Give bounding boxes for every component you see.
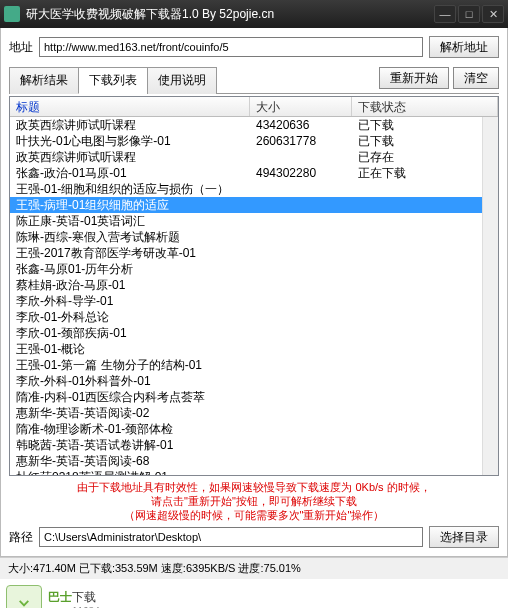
table-row[interactable]: 隋准-物理诊断术-01-颈部体检 (10, 421, 498, 437)
table-row[interactable]: 隋准-内科-01西医综合内科考点荟萃 (10, 389, 498, 405)
cell-title: 陈正康-英语-01英语词汇 (10, 213, 250, 229)
cell-title: 韩晓茜-英语-英语试卷讲解-01 (10, 437, 250, 453)
table-row[interactable]: 王强-01-第一篇 生物分子的结构-01 (10, 357, 498, 373)
table-row[interactable]: 杜红莎0318英语局测讲解-01 (10, 469, 498, 476)
cell-title: 惠新华-英语-英语阅读-68 (10, 453, 250, 469)
cell-status (352, 341, 498, 357)
table-row[interactable]: 叶扶光-01心电图与影像学-01260631778已下载 (10, 133, 498, 149)
table-row[interactable]: 蔡桂娟-政治-马原-01 (10, 277, 498, 293)
content-area: 地址 解析地址 解析结果下载列表使用说明 重新开始 清空 标题 大小 下载状态 … (0, 28, 508, 557)
cell-status (352, 453, 498, 469)
table-row[interactable]: 李欣-外科-导学-01 (10, 293, 498, 309)
cell-status (352, 373, 498, 389)
table-row[interactable]: 李欣-01-外科总论 (10, 309, 498, 325)
cell-title: 隋准-物理诊断术-01-颈部体检 (10, 421, 250, 437)
cell-size (250, 341, 352, 357)
cell-title: 李欣-外科-01外科普外-01 (10, 373, 250, 389)
cell-status (352, 229, 498, 245)
table-row[interactable]: 李欣-外科-01外科普外-01 (10, 373, 498, 389)
cell-title: 杜红莎0318英语局测讲解-01 (10, 469, 250, 476)
cell-size (250, 421, 352, 437)
cell-status (352, 469, 498, 476)
col-title[interactable]: 标题 (10, 97, 250, 116)
cell-status (352, 245, 498, 261)
cell-status: 已下载 (352, 133, 498, 149)
tab-2[interactable]: 使用说明 (147, 67, 217, 94)
window-title: 研大医学收费视频破解下载器1.0 By 52pojie.cn (26, 6, 434, 23)
table-row[interactable]: 陈琳-西综-寒假入营考试解析题 (10, 229, 498, 245)
titlebar: 研大医学收费视频破解下载器1.0 By 52pojie.cn — □ ✕ (0, 0, 508, 28)
cell-title: 李欣-01-颈部疾病-01 (10, 325, 250, 341)
table-row[interactable]: 惠新华-英语-英语阅读-02 (10, 405, 498, 421)
table-row[interactable]: 惠新华-英语-英语阅读-68 (10, 453, 498, 469)
address-label: 地址 (9, 39, 33, 56)
cell-size (250, 309, 352, 325)
cell-size (250, 437, 352, 453)
table-row[interactable]: 政英西综讲师试听课程43420636已下载 (10, 117, 498, 133)
address-input[interactable] (39, 37, 423, 57)
cell-status: 正在下载 (352, 165, 498, 181)
tab-1[interactable]: 下载列表 (78, 67, 148, 94)
cell-size: 43420636 (250, 117, 352, 133)
path-label: 路径 (9, 529, 33, 546)
scrollbar[interactable] (482, 117, 498, 475)
cell-status (352, 277, 498, 293)
restart-button[interactable]: 重新开始 (379, 67, 449, 89)
cell-size (250, 325, 352, 341)
table-row[interactable]: 张鑫-政治-01马原-01494302280正在下载 (10, 165, 498, 181)
cell-size (250, 389, 352, 405)
address-row: 地址 解析地址 (9, 36, 499, 58)
col-size[interactable]: 大小 (250, 97, 352, 116)
cell-title: 政英西综讲师试听课程 (10, 149, 250, 165)
app-icon (4, 6, 20, 22)
cell-status (352, 309, 498, 325)
cell-status (352, 325, 498, 341)
cell-size (250, 277, 352, 293)
table-row[interactable]: 王强-病理-01组织细胞的适应 (10, 197, 498, 213)
table-row[interactable]: 陈正康-英语-01英语词汇 (10, 213, 498, 229)
table-row[interactable]: 王强-2017教育部医学考研改革-01 (10, 245, 498, 261)
cell-size (250, 469, 352, 476)
table-row[interactable]: 李欣-01-颈部疾病-01 (10, 325, 498, 341)
table-body[interactable]: 政英西综讲师试听课程43420636已下载叶扶光-01心电图与影像学-01260… (10, 117, 498, 476)
cell-title: 李欣-外科-导学-01 (10, 293, 250, 309)
select-dir-button[interactable]: 选择目录 (429, 526, 499, 548)
minimize-button[interactable]: — (434, 5, 456, 23)
tabs-row: 解析结果下载列表使用说明 重新开始 清空 (9, 66, 499, 94)
cell-size (250, 293, 352, 309)
cell-size (250, 261, 352, 277)
tab-0[interactable]: 解析结果 (9, 67, 79, 94)
path-input[interactable] (39, 527, 423, 547)
parse-address-button[interactable]: 解析地址 (429, 36, 499, 58)
footer: 巴士下载 www.11684.com (0, 579, 508, 608)
clear-button[interactable]: 清空 (453, 67, 499, 89)
close-button[interactable]: ✕ (482, 5, 504, 23)
cell-status (352, 197, 498, 213)
cell-title: 李欣-01-外科总论 (10, 309, 250, 325)
cell-title: 惠新华-英语-英语阅读-02 (10, 405, 250, 421)
cell-size (250, 357, 352, 373)
cell-title: 张鑫-马原01-历年分析 (10, 261, 250, 277)
table-row[interactable]: 韩晓茜-英语-英语试卷讲解-01 (10, 437, 498, 453)
col-status[interactable]: 下载状态 (352, 97, 498, 116)
table-row[interactable]: 王强-01-概论 (10, 341, 498, 357)
cell-title: 叶扶光-01心电图与影像学-01 (10, 133, 250, 149)
maximize-button[interactable]: □ (458, 5, 480, 23)
cell-size (250, 373, 352, 389)
cell-status (352, 357, 498, 373)
cell-status: 已存在 (352, 149, 498, 165)
cell-title: 王强-01-概论 (10, 341, 250, 357)
download-icon (6, 585, 42, 608)
table-row[interactable]: 王强-01-细胞和组织的适应与损伤（一） (10, 181, 498, 197)
table-header: 标题 大小 下载状态 (10, 97, 498, 117)
cell-size (250, 197, 352, 213)
table-row[interactable]: 张鑫-马原01-历年分析 (10, 261, 498, 277)
table-row[interactable]: 政英西综讲师试听课程已存在 (10, 149, 498, 165)
cell-status (352, 437, 498, 453)
cell-title: 蔡桂娟-政治-马原-01 (10, 277, 250, 293)
cell-size (250, 213, 352, 229)
cell-size (250, 245, 352, 261)
cell-size (250, 229, 352, 245)
cell-size: 260631778 (250, 133, 352, 149)
footer-text: 巴士下载 www.11684.com (48, 589, 121, 608)
